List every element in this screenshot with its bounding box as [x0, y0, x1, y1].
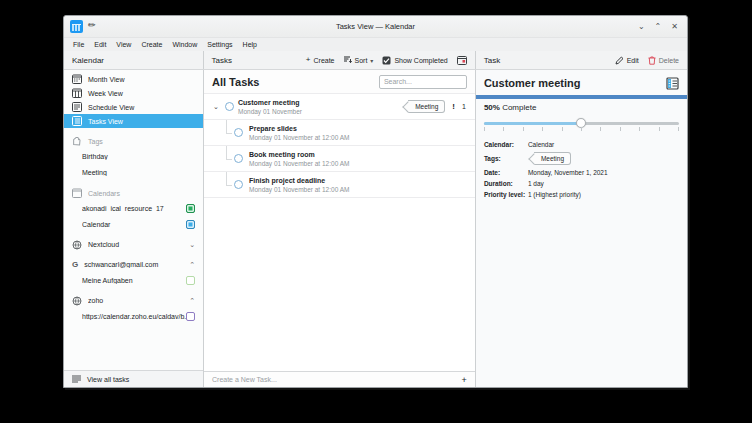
window-title: Tasks View — Kalendar: [64, 22, 687, 31]
task-checkbox[interactable]: [234, 154, 243, 163]
sidebar-account-gmail[interactable]: G schwancarl@gmail.com ⌃: [64, 257, 203, 272]
titlebar[interactable]: Tasks View — Kalendar ⌄ ⌃ ✕: [64, 16, 687, 38]
menu-create[interactable]: Create: [136, 41, 167, 48]
detail-value-calendar: Calendar: [528, 141, 679, 148]
calendar-icon: [72, 188, 82, 198]
task-row-customer-meeting[interactable]: ⌄ Customer meeting Monday 01 November Me…: [204, 94, 475, 120]
task-details-icon: [666, 77, 679, 90]
week-view-icon: [72, 88, 82, 98]
priority-value: 1: [462, 103, 466, 110]
maximize-button[interactable]: ⌃: [655, 23, 662, 31]
panel-headers: Kalendar Tasks + Create Sort ▾: [64, 51, 687, 70]
sidebar-item-week-view[interactable]: Week View: [64, 86, 203, 100]
task-list: ⌄ Customer meeting Monday 01 November Me…: [204, 93, 475, 371]
sort-button[interactable]: Sort ▾: [344, 56, 374, 64]
menu-help[interactable]: Help: [238, 41, 262, 48]
detail-value-priority: 1 (Highest priority): [528, 191, 679, 198]
chevron-up-icon[interactable]: ⌃: [189, 261, 195, 269]
menu-edit[interactable]: Edit: [89, 41, 111, 48]
tasks-header-title: Tasks: [212, 56, 232, 65]
trash-icon: [648, 56, 656, 65]
close-button[interactable]: ✕: [671, 23, 678, 31]
checkbox-checked-icon: [382, 56, 391, 65]
plus-icon: +: [306, 56, 311, 64]
sidebar-header-title: Kalendar: [72, 56, 104, 65]
create-new-task-row[interactable]: Create a New Task... +: [204, 371, 475, 387]
list-icon: [72, 375, 81, 383]
progress-slider[interactable]: [484, 119, 679, 133]
chevron-down-icon[interactable]: ⌄: [211, 103, 221, 111]
plus-icon[interactable]: +: [462, 375, 467, 385]
tasks-panel: All Tasks ⌄ Customer meeting Monday 01 N…: [204, 70, 476, 387]
task-row-book-meeting-room[interactable]: Book meeting room Monday 01 November at …: [204, 146, 475, 172]
sidebar-tag-birthday[interactable]: Birthday: [64, 148, 203, 164]
sidebar-account-nextcloud[interactable]: Nextcloud ⌄: [64, 237, 203, 252]
detail-label-calendar: Calendar:: [484, 141, 528, 148]
chevron-down-icon[interactable]: ⌄: [189, 241, 195, 249]
tag-icon: [72, 137, 82, 146]
sidebar-item-month-view[interactable]: Month View: [64, 72, 203, 86]
pin-icon[interactable]: [88, 22, 97, 31]
tag-chip-meeting[interactable]: Meeting: [408, 100, 445, 113]
task-detail-title: Customer meeting: [484, 77, 581, 89]
detail-label-tags: Tags:: [484, 155, 528, 162]
due-date-filter-button[interactable]: [457, 55, 467, 65]
month-view-icon: [72, 74, 82, 84]
show-completed-toggle[interactable]: Show Completed: [382, 56, 447, 65]
sidebar-account-zoho[interactable]: zoho ⌃: [64, 293, 203, 308]
globe-icon: [72, 240, 82, 250]
slider-ticks: [484, 127, 679, 131]
calendar-due-icon: [457, 55, 467, 65]
minimize-button[interactable]: ⌄: [638, 23, 645, 31]
create-task-button[interactable]: + Create: [306, 56, 335, 64]
delete-task-button[interactable]: Delete: [648, 56, 679, 65]
tasks-view-icon: [72, 116, 82, 126]
chevron-up-icon[interactable]: ⌃: [189, 297, 195, 305]
menubar: File Edit View Create Window Settings He…: [64, 38, 687, 51]
task-checkbox[interactable]: [234, 128, 243, 137]
tags-section-header[interactable]: Tags: [64, 134, 203, 148]
chevron-down-icon: ▾: [370, 57, 373, 64]
kalendar-app-icon: [70, 20, 83, 33]
calendar-checkbox-calendar[interactable]: [186, 220, 195, 229]
create-new-task-placeholder[interactable]: Create a New Task...: [212, 376, 277, 383]
calendar-checkbox-zoho[interactable]: [186, 312, 195, 321]
task-header-title: Task: [484, 56, 500, 65]
sidebar-calendar-zoho-url[interactable]: https://calendar.zoho.eu/caldav/b...: [64, 308, 203, 324]
edit-task-button[interactable]: Edit: [615, 56, 639, 65]
sort-icon: [344, 56, 352, 64]
calendars-section-header[interactable]: Calendars: [64, 186, 203, 200]
detail-label-priority: Priority level:: [484, 191, 528, 198]
google-icon: G: [72, 260, 78, 269]
detail-label-date: Date:: [484, 169, 528, 176]
sidebar-calendar-akonadi[interactable]: akonadi_ical_resource_17: [64, 200, 203, 216]
kalendar-window: Tasks View — Kalendar ⌄ ⌃ ✕ File Edit Vi…: [63, 15, 688, 388]
sidebar-calendar-calendar[interactable]: Calendar: [64, 216, 203, 232]
menu-settings[interactable]: Settings: [202, 41, 237, 48]
sidebar-item-tasks-view[interactable]: Tasks View: [64, 114, 203, 128]
calendar-checkbox-akonadi[interactable]: [186, 204, 195, 213]
view-all-tasks-button[interactable]: View all tasks: [64, 370, 203, 387]
task-checkbox[interactable]: [225, 102, 234, 111]
task-row-finish-project-deadline[interactable]: Finish project deadline Monday 01 Novemb…: [204, 172, 475, 198]
sidebar-tag-meeting[interactable]: Meeting: [64, 164, 203, 180]
task-row-prepare-slides[interactable]: Prepare slides Monday 01 November at 12:…: [204, 120, 475, 146]
calendar-checkbox-meine-aufgaben[interactable]: [186, 276, 195, 285]
progress-slider-fill: [484, 122, 582, 125]
task-detail-panel: Customer meeting 50% Complete: [476, 70, 687, 387]
completion-label: 50% Complete: [476, 99, 687, 112]
menu-file[interactable]: File: [68, 41, 89, 48]
tag-chip-meeting[interactable]: Meeting: [534, 152, 571, 165]
detail-value-date: Monday, November 1, 2021: [528, 169, 679, 176]
task-details: Calendar: Calendar Tags: Meeting Date: M…: [476, 133, 687, 198]
priority-icon: !: [452, 102, 455, 111]
menu-view[interactable]: View: [111, 41, 136, 48]
pencil-icon: [615, 56, 624, 65]
schedule-view-icon: [72, 102, 82, 112]
search-input[interactable]: [379, 75, 467, 89]
globe-icon: [72, 296, 82, 306]
task-checkbox[interactable]: [234, 180, 243, 189]
menu-window[interactable]: Window: [167, 41, 202, 48]
sidebar-item-schedule-view[interactable]: Schedule View: [64, 100, 203, 114]
sidebar-calendar-meine-aufgaben[interactable]: Meine Aufgaben: [64, 272, 203, 288]
